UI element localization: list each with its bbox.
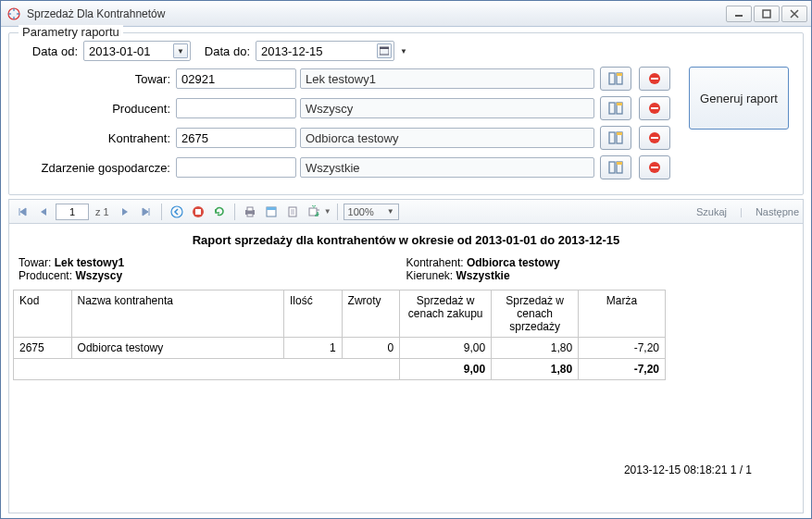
col-marza: Marża (579, 290, 666, 338)
page-input[interactable] (56, 204, 89, 220)
svg-rect-4 (380, 47, 389, 49)
report-kierunek-value: Wszystkie (456, 269, 510, 282)
svg-rect-19 (651, 137, 658, 139)
svg-rect-32 (267, 207, 276, 210)
title-bar: Sprzedaż Dla Kontrahnetów (1, 1, 811, 27)
svg-rect-24 (651, 167, 658, 168)
generate-report-button[interactable]: Generuj raport (689, 67, 789, 130)
kontrahent-label: Kontrahent: (19, 131, 176, 145)
svg-rect-22 (617, 162, 622, 165)
prev-page-button[interactable] (34, 203, 53, 221)
producent-code-input[interactable] (176, 98, 296, 118)
refresh-button[interactable] (210, 203, 229, 221)
zdarzenie-label: Zdarzenie gospodarcze: (19, 161, 176, 175)
search-input[interactable]: Szukaj (696, 206, 727, 217)
svg-rect-5 (609, 73, 615, 84)
kontrahent-lookup-button[interactable] (600, 126, 631, 150)
svg-rect-27 (195, 209, 201, 215)
producent-label: Producent: (19, 102, 176, 116)
report-towar-value: Lek testowy1 (55, 256, 124, 269)
zdarzenie-code-input[interactable] (176, 157, 296, 178)
maximize-button[interactable] (754, 6, 780, 22)
date-to-input[interactable]: 2013-12-15 (256, 41, 394, 61)
page-of-label: z 1 (95, 206, 109, 217)
app-icon (6, 6, 21, 21)
minimize-button[interactable] (726, 6, 752, 22)
svg-rect-17 (617, 132, 622, 135)
report-towar-label: Towar: (19, 256, 51, 269)
svg-rect-2 (763, 10, 770, 18)
svg-rect-12 (617, 103, 622, 105)
chevron-down-icon[interactable]: ▼ (173, 43, 188, 58)
col-sprzedaz-sprzedaz: Sprzedaż w cenach sprzedaży (492, 290, 579, 338)
svg-rect-29 (247, 207, 253, 211)
producent-name-field: Wszyscy (300, 98, 594, 118)
chevron-down-icon[interactable]: ▼ (324, 207, 331, 216)
zdarzenie-name-field: Wszystkie (300, 157, 594, 178)
towar-label: Towar: (19, 72, 176, 86)
kontrahent-code-input[interactable]: 2675 (176, 128, 296, 148)
zdarzenie-clear-button[interactable] (639, 155, 670, 179)
report-toolbar: z 1 ▼ 100%▼ Szukaj | Następne (9, 200, 803, 224)
svg-rect-9 (651, 78, 658, 80)
next-page-button[interactable] (116, 203, 134, 221)
calendar-icon[interactable] (377, 43, 392, 58)
report-producent-value: Wszyscy (75, 269, 122, 282)
table-row: 2675 Odbiorca testowy 1 0 9,00 1,80 -7,2… (14, 338, 666, 359)
report-kontrahent-label: Kontrahent: (406, 256, 464, 269)
kontrahent-name-field: Odbiorca testowy (300, 128, 594, 148)
svg-rect-7 (617, 73, 622, 76)
zdarzenie-lookup-button[interactable] (600, 155, 631, 179)
col-kod: Kod (14, 290, 72, 338)
report-page-footer: 2013-12-15 08:18:21 1 / 1 (9, 463, 752, 476)
find-next-button[interactable]: Następne (756, 206, 799, 217)
col-ilosc: Ilość (284, 290, 343, 338)
svg-point-25 (171, 206, 182, 217)
parameters-legend: Parametry raportu (19, 25, 123, 39)
page-setup-button[interactable] (283, 203, 302, 221)
back-button[interactable] (168, 203, 186, 221)
close-button[interactable] (781, 6, 807, 22)
zoom-select[interactable]: 100%▼ (344, 204, 399, 220)
report-title: Raport sprzedaży dla kontrahentów w okre… (9, 233, 803, 247)
col-nazwa: Nazwa kontrahenta (71, 290, 283, 338)
report-kontrahent-value: Odbiorca testowy (467, 256, 560, 269)
chevron-down-icon[interactable]: ▼ (396, 43, 411, 58)
towar-lookup-button[interactable] (600, 67, 631, 91)
svg-rect-30 (247, 214, 253, 216)
towar-code-input[interactable]: 02921 (176, 68, 296, 89)
svg-rect-10 (609, 103, 615, 114)
parameters-group: Parametry raportu Data od: 2013-01-01 ▼ … (8, 32, 804, 195)
date-from-label: Data od: (19, 44, 83, 58)
print-layout-button[interactable] (262, 203, 281, 221)
date-to-label: Data do: (191, 44, 256, 58)
first-page-button[interactable] (13, 203, 31, 221)
svg-rect-20 (609, 162, 615, 173)
report-kierunek-label: Kierunek: (406, 269, 454, 282)
stop-button[interactable] (189, 203, 207, 221)
report-body: Raport sprzedaży dla kontrahentów w okre… (9, 224, 803, 513)
report-table: Kod Nazwa kontrahenta Ilość Zwroty Sprze… (13, 290, 666, 380)
towar-name-field: Lek testowy1 (300, 68, 594, 89)
table-totals-row: 9,00 1,80 -7,20 (14, 359, 666, 380)
report-producent-label: Producent: (19, 269, 72, 282)
producent-lookup-button[interactable] (600, 96, 631, 120)
producent-clear-button[interactable] (639, 96, 670, 120)
towar-clear-button[interactable] (639, 67, 670, 91)
export-button[interactable] (305, 203, 323, 221)
last-page-button[interactable] (137, 203, 156, 221)
kontrahent-clear-button[interactable] (639, 126, 670, 150)
print-button[interactable] (241, 203, 259, 221)
report-viewer: z 1 ▼ 100%▼ Szukaj | Następne Raport spr… (8, 199, 804, 513)
col-zwroty: Zwroty (342, 290, 400, 338)
svg-rect-15 (609, 132, 615, 143)
col-sprzedaz-zakup: Sprzedaż w cenach zakupu (400, 290, 492, 338)
window-title: Sprzedaż Dla Kontrahnetów (27, 7, 726, 20)
svg-rect-34 (309, 208, 317, 216)
svg-rect-14 (651, 107, 658, 109)
svg-rect-1 (735, 15, 743, 17)
